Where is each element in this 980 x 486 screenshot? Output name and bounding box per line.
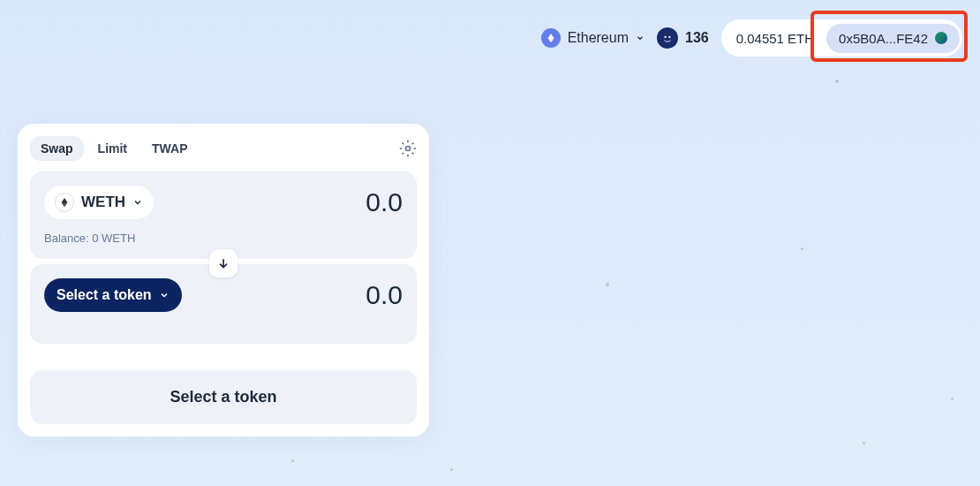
points-badge[interactable]: 136 <box>657 27 709 49</box>
main-action-button[interactable]: Select a token <box>30 370 417 424</box>
svg-point-0 <box>665 36 667 38</box>
to-amount-input[interactable] <box>226 280 403 310</box>
to-token-select[interactable]: Select a token <box>44 278 182 312</box>
network-selector[interactable]: Ethereum <box>541 28 645 48</box>
from-balance: Balance: 0 WETH <box>44 232 403 245</box>
wallet-address-text: 0x5B0A...FE42 <box>839 31 928 46</box>
points-count: 136 <box>685 30 709 46</box>
wallet-avatar-icon <box>935 32 947 44</box>
from-token-panel: WETH Balance: 0 WETH <box>30 171 417 259</box>
to-token-panel: Select a token <box>30 264 417 344</box>
chevron-down-icon <box>159 290 170 300</box>
header: Ethereum 136 0.04551 ETH 0x5B0A...FE42 <box>0 0 980 57</box>
weth-icon <box>55 193 74 212</box>
network-name: Ethereum <box>568 30 629 46</box>
eth-balance: 0.04551 ETH <box>724 31 826 46</box>
svg-point-2 <box>406 147 411 151</box>
swap-card: Swap Limit TWAP WETH Balance: 0 WETH <box>18 124 429 437</box>
wallet-address-button[interactable]: 0x5B0A...FE42 <box>826 24 960 53</box>
chevron-down-icon <box>132 197 143 208</box>
arrow-down-icon <box>216 256 230 270</box>
from-token-select[interactable]: WETH <box>44 186 154 219</box>
mode-tabs: Swap Limit TWAP <box>30 136 198 161</box>
chevron-down-icon <box>636 34 645 42</box>
swap-direction-button[interactable] <box>209 249 237 277</box>
tab-limit[interactable]: Limit <box>87 136 138 161</box>
tab-swap[interactable]: Swap <box>30 136 84 161</box>
from-token-symbol: WETH <box>81 194 125 211</box>
from-amount-input[interactable] <box>226 187 403 217</box>
tab-twap[interactable]: TWAP <box>141 136 198 161</box>
ethereum-icon <box>541 28 561 48</box>
balance-pill: 0.04551 ETH 0x5B0A...FE42 <box>721 19 962 57</box>
to-token-label: Select a token <box>57 287 152 303</box>
gear-icon[interactable] <box>399 140 417 157</box>
cow-icon <box>657 27 678 49</box>
svg-point-1 <box>668 36 670 38</box>
